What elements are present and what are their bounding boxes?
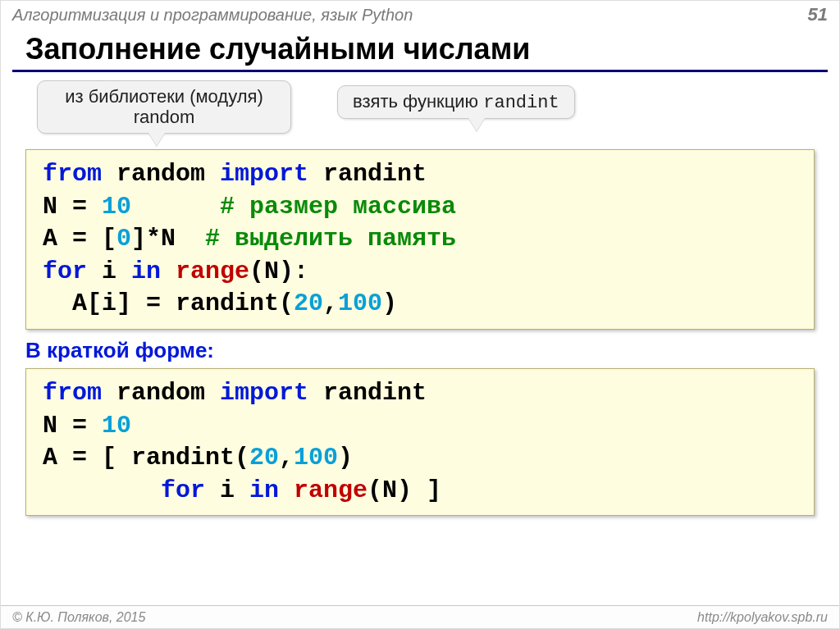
footer-copyright: © К.Ю. Поляков, 2015: [12, 610, 145, 625]
code-token: randint: [308, 160, 427, 188]
footer-url: http://kpolyakov.spb.ru: [697, 610, 828, 625]
slide-footer: © К.Ю. Поляков, 2015 http://kpolyakov.sp…: [1, 605, 839, 628]
callout-right-text: взять функцию: [353, 91, 483, 112]
code-token: for: [43, 258, 87, 285]
code-token: 0: [116, 225, 131, 253]
code-token: randint: [308, 379, 427, 407]
code-token: A[i] = randint(: [43, 289, 294, 317]
callout-right-tail: [468, 118, 485, 131]
code-token: 20: [294, 289, 323, 317]
callout-right-fn: randint: [483, 93, 559, 113]
callout-right: взять функцию randint: [337, 85, 575, 119]
code-token: ): [382, 289, 397, 317]
code-token: random: [102, 160, 220, 188]
code-token: ,: [323, 289, 338, 317]
code-token: [131, 193, 220, 221]
code-token: [279, 476, 294, 504]
code-token: [161, 258, 176, 285]
code-token: from: [43, 160, 102, 188]
code-token: N =: [43, 412, 102, 440]
subheading: В краткой форме:: [25, 338, 815, 363]
code-token: ): [338, 444, 368, 472]
callouts-area: из библиотеки (модуля) random взять функ…: [25, 80, 815, 144]
code-token: in: [249, 476, 279, 504]
code-token: i: [205, 476, 249, 504]
code-token: (N) ]: [368, 476, 441, 504]
code-token: ]*N: [131, 225, 205, 253]
code-token: A = [ randint(: [43, 444, 249, 472]
callout-left-tail: [148, 133, 165, 146]
code-token: range: [294, 476, 368, 504]
code-token: random: [102, 379, 220, 407]
code-token: (N):: [249, 258, 308, 285]
subject-text: Алгоритмизация и программирование, язык …: [12, 6, 413, 25]
code-token: [43, 476, 161, 504]
callout-left-line2: random: [134, 107, 195, 127]
code-block-2: from random import randint N = 10 A = [ …: [25, 368, 815, 516]
title-underline: [12, 70, 828, 72]
page-title: Заполнение случайными числами: [1, 27, 839, 70]
slide-header: Алгоритмизация и программирование, язык …: [1, 1, 839, 27]
code-token: 100: [338, 289, 382, 317]
callout-left: из библиотеки (модуля) random: [37, 80, 291, 134]
code-token: 20: [249, 444, 279, 472]
code-token: import: [220, 379, 308, 407]
code-token: for: [161, 476, 205, 504]
code-token: in: [131, 258, 161, 285]
slide: Алгоритмизация и программирование, язык …: [0, 0, 840, 629]
code-token: # размер массива: [220, 193, 456, 221]
callout-left-line1: из библиотеки (модуля): [65, 86, 263, 107]
code-token: import: [220, 160, 308, 188]
page-number: 51: [808, 4, 828, 25]
code-token: 100: [294, 444, 338, 472]
code-token: range: [176, 258, 249, 285]
code-block-1: from random import randint N = 10 # разм…: [25, 149, 815, 330]
code-token: N =: [43, 193, 102, 221]
code-token: 10: [102, 412, 131, 440]
code-token: from: [43, 379, 102, 407]
code-token: # выделить память: [205, 225, 471, 253]
code-token: A = [: [43, 225, 116, 253]
code-token: ,: [279, 444, 294, 472]
code-token: 10: [102, 193, 131, 221]
code-token: i: [87, 258, 131, 285]
